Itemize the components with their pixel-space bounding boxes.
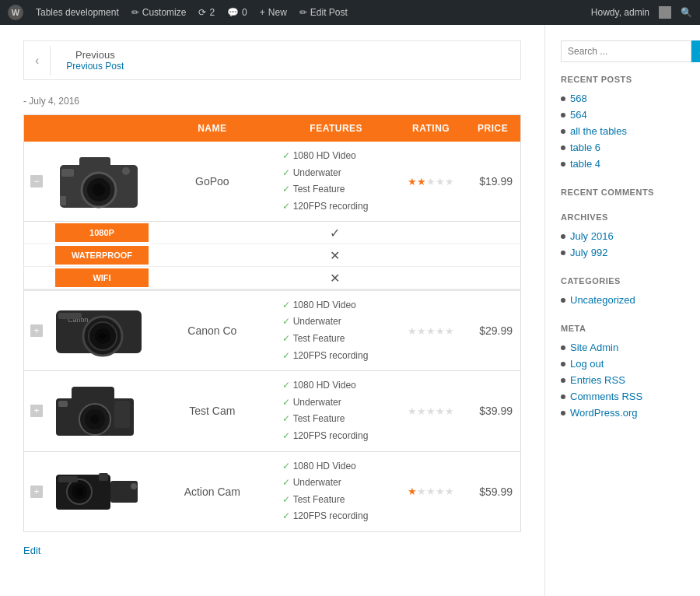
bullet-icon — [561, 145, 565, 150]
check-icon: ✓ — [282, 314, 290, 331]
meta-list: Site AdminLog outEntries RSSComments RSS… — [561, 339, 684, 421]
edit-post-link[interactable]: ✏ Edit Post — [299, 7, 348, 18]
product-name: Action Cam — [149, 451, 276, 531]
svg-rect-28 — [99, 473, 108, 481]
star-filled: ★ — [417, 176, 426, 188]
nav-back-arrow[interactable]: ‹ — [24, 46, 51, 75]
recent-post-link[interactable]: 568 — [570, 93, 587, 104]
bullet-icon — [561, 234, 565, 239]
col-name: NAME — [149, 115, 276, 142]
svg-point-4 — [93, 184, 105, 196]
bullet-icon — [561, 129, 565, 134]
feature-text: 120FPS recording — [293, 348, 369, 365]
check-icon: ✓ — [282, 411, 290, 428]
product-rating: ★★★★★ — [397, 371, 466, 451]
star-filled: ★ — [408, 176, 417, 188]
list-item: Site Admin — [561, 339, 684, 356]
check-icon: ✓ — [282, 394, 290, 412]
bullet-icon — [561, 162, 565, 167]
recent-post-link[interactable]: table 6 — [570, 142, 600, 153]
product-features: ✓ 1080 HD Video ✓ Underwater ✓ Test Feat… — [276, 291, 397, 371]
expand-button[interactable]: + — [30, 405, 43, 417]
recent-post-link[interactable]: all the tables — [570, 125, 627, 137]
nav-prev-sub[interactable]: Previous Post — [66, 61, 124, 72]
expand-button[interactable]: + — [30, 324, 43, 337]
recent-post-link[interactable]: table 4 — [570, 158, 600, 170]
star-empty: ★ — [426, 176, 436, 188]
tag-label-cell: WATERPROOF — [49, 244, 149, 267]
customize-link[interactable]: ✏ Customize — [131, 7, 187, 18]
meta-link[interactable]: Site Admin — [570, 342, 618, 353]
site-name-link[interactable]: Tables development — [36, 7, 119, 18]
svg-rect-7 — [60, 196, 66, 205]
star-empty: ★ — [426, 325, 436, 337]
svg-rect-21 — [58, 401, 68, 407]
feature-item: ✓ Underwater — [282, 165, 390, 182]
table-row: + Action Cam ✓ 1080 HD Video ✓ Underwate… — [24, 451, 521, 531]
expand-button[interactable]: + — [30, 486, 43, 498]
plus-icon: + — [260, 7, 265, 18]
bullet-icon — [561, 345, 565, 350]
feature-text: 120FPS recording — [293, 428, 369, 445]
archives-list: July 2016July 992 — [561, 228, 684, 261]
check-icon: ✓ — [282, 348, 290, 365]
product-price: $59.99 — [465, 451, 520, 531]
feature-item: ✓ 1080 HD Video — [282, 297, 390, 314]
svg-point-26 — [75, 488, 83, 496]
star-empty: ★ — [408, 325, 417, 337]
category-link[interactable]: Uncategorized — [570, 294, 635, 306]
feature-item: ✓ 1080 HD Video — [282, 377, 390, 394]
archives-heading: ARCHIVES — [561, 212, 684, 222]
meta-link[interactable]: Comments RSS — [570, 391, 642, 402]
feature-tag: WIFI — [55, 268, 149, 287]
meta-link[interactable]: Entries RSS — [570, 374, 625, 386]
list-item: 568 — [561, 90, 684, 107]
check-icon: ✓ — [282, 297, 290, 314]
recent-comments-section: RECENT COMMENTS — [561, 188, 684, 197]
new-link[interactable]: + New — [260, 7, 287, 18]
revisions-link[interactable]: ⟳ 2 — [198, 7, 215, 18]
svg-rect-5 — [61, 169, 74, 177]
edit-page-link[interactable]: Edit — [23, 545, 40, 556]
feature-tag: 1080P — [55, 223, 149, 242]
bullet-icon — [561, 394, 565, 399]
feature-text: Test Feature — [293, 331, 345, 348]
search-input[interactable] — [561, 40, 691, 62]
star-empty: ★ — [436, 325, 445, 337]
svg-point-6 — [122, 167, 130, 175]
nav-previous: Previous Previous Post — [51, 41, 139, 79]
check-icon: ✓ — [282, 458, 290, 475]
list-item: July 992 — [561, 244, 684, 261]
list-item: all the tables — [561, 123, 684, 139]
svg-point-13 — [100, 333, 106, 339]
expand-cell: − — [24, 142, 50, 222]
bullet-icon — [561, 378, 565, 383]
search-icon[interactable]: 🔍 — [681, 7, 692, 18]
list-item: WordPress.org — [561, 405, 684, 421]
meta-link[interactable]: WordPress.org — [570, 407, 637, 419]
check-icon: ✓ — [282, 492, 290, 509]
search-button[interactable]: Search — [691, 40, 700, 62]
bullet-icon — [561, 298, 565, 303]
meta-link[interactable]: Log out — [570, 358, 604, 370]
feature-text: Underwater — [293, 394, 341, 412]
archives-section: ARCHIVES July 2016July 992 — [561, 212, 684, 261]
archive-link[interactable]: July 2016 — [570, 230, 614, 242]
expand-button[interactable]: − — [30, 175, 43, 188]
check-mark: ✓ — [330, 226, 340, 240]
svg-rect-1 — [79, 157, 110, 173]
svg-point-29 — [131, 483, 137, 489]
recent-posts-section: RECENT POSTS 568564all the tablestable 6… — [561, 75, 684, 172]
expand-cell: + — [24, 291, 50, 371]
product-table: NAME FEATURES RATING PRICE − GoPoo ✓ 108… — [23, 114, 521, 532]
archive-link[interactable]: July 992 — [570, 247, 607, 258]
comments-link[interactable]: 💬 0 — [227, 7, 247, 18]
site-wrapper: ‹ Previous Previous Post - July 4, 2016 … — [0, 25, 700, 596]
recent-post-link[interactable]: 564 — [570, 109, 587, 121]
product-price: $39.99 — [465, 371, 520, 451]
feature-item: ✓ Underwater — [282, 314, 390, 331]
feature-text: Underwater — [293, 165, 341, 182]
categories-heading: CATEGORIES — [561, 276, 684, 286]
feature-text: 120FPS recording — [293, 508, 369, 525]
check-icon: ✓ — [282, 331, 290, 348]
